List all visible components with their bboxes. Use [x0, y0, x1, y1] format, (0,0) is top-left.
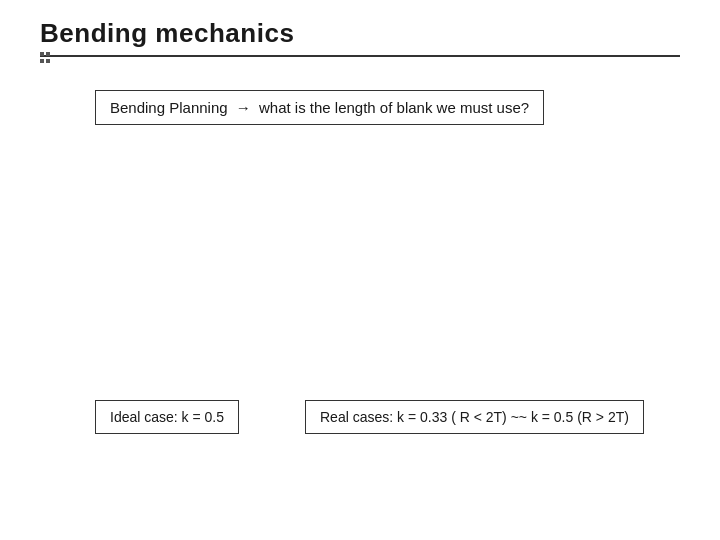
bending-planning-label: Bending Planning	[110, 99, 228, 116]
ideal-case-box: Ideal case: k = 0.5	[95, 400, 239, 434]
decorative-dots	[40, 52, 52, 64]
real-cases-box: Real cases: k = 0.33 ( R < 2T) ~~ k = 0.…	[305, 400, 644, 434]
arrow-icon: →	[236, 99, 251, 116]
bending-planning-description: what is the length of blank we must use?	[259, 99, 529, 116]
page-container: Bending mechanics Bending Planning → wha…	[0, 0, 720, 540]
ideal-case-label: Ideal case: k = 0.5	[110, 409, 224, 425]
bending-planning-box: Bending Planning → what is the length of…	[95, 90, 544, 125]
page-title: Bending mechanics	[40, 18, 294, 48]
title-divider	[40, 55, 680, 57]
real-cases-label: Real cases: k = 0.33 ( R < 2T) ~~ k = 0.…	[320, 409, 629, 425]
title-section: Bending mechanics	[40, 18, 680, 57]
